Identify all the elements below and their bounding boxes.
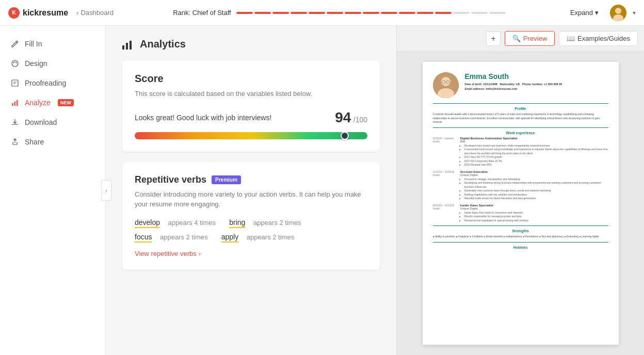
sidebar-item-design[interactable]: Design bbox=[0, 54, 105, 73]
design-icon bbox=[10, 59, 20, 68]
verb-item-0: develop appears 4 times bbox=[135, 218, 218, 227]
rank-segment bbox=[236, 12, 253, 14]
verb-count-2: appears 2 times bbox=[160, 233, 208, 241]
svg-rect-8 bbox=[122, 45, 124, 50]
resume-photo bbox=[433, 72, 459, 98]
sidebar-item-download[interactable]: Download bbox=[0, 112, 105, 132]
resume-job-bullets-2: Inside Sales from leads to conversion an… bbox=[460, 211, 608, 223]
sidebar-collapse-button[interactable]: ‹ bbox=[101, 180, 111, 201]
resume-job-content-1: Account Executive Unique Digital Focused… bbox=[460, 170, 608, 201]
score-number: 94 bbox=[335, 109, 351, 125]
resume-job-0: 10/2015 – present Austin Digital Busines… bbox=[433, 137, 608, 167]
resume-page: Emma South Date of birth: 12/11/1988 Nat… bbox=[423, 62, 619, 345]
avatar[interactable] bbox=[610, 5, 626, 21]
resume-job-content-0: Digital Business Automation Specialist I… bbox=[460, 137, 608, 167]
resume-hobbies-title: Hobbies bbox=[433, 246, 608, 249]
resume-job-2: 08/2013 – 01/2015 Austin Inside Sales Sp… bbox=[433, 204, 608, 223]
expand-button[interactable]: Expand ▾ bbox=[565, 6, 604, 20]
plus-button[interactable]: + bbox=[486, 31, 501, 46]
resume-panel: + 🔍 Preview 📖 Examples/Guides bbox=[396, 26, 644, 355]
rank-segment bbox=[399, 12, 415, 14]
rank-segment bbox=[309, 12, 325, 14]
sidebar-item-share[interactable]: Share bbox=[0, 132, 105, 152]
sidebar: Fill In Design Proofreading Analyze NEW bbox=[0, 26, 106, 355]
score-card: Score This score is calculated based on … bbox=[122, 60, 380, 152]
rank-segment bbox=[417, 12, 433, 14]
resume-profile-title: Profile bbox=[433, 107, 608, 110]
resume-job-company-1: Unique Digital bbox=[460, 173, 608, 176]
svg-point-12 bbox=[441, 77, 450, 86]
premium-badge: Premium bbox=[212, 175, 241, 184]
view-repetitive-verbs-link[interactable]: View repetitive verbs › bbox=[135, 250, 367, 257]
main-layout: Fill In Design Proofreading Analyze NEW bbox=[0, 26, 644, 355]
email-value: hello@kickresume.com bbox=[486, 87, 517, 90]
resume-profile-text: Customer-focused leader with a demonstra… bbox=[433, 112, 608, 124]
view-link-text: View repetitive verbs bbox=[135, 250, 197, 257]
preview-button[interactable]: 🔍 Preview bbox=[505, 31, 555, 46]
resume-job-date-0: 10/2015 – present Austin bbox=[433, 137, 456, 167]
sidebar-item-analyze[interactable]: Analyze NEW bbox=[0, 93, 105, 112]
back-button[interactable]: ‹ Dashboard bbox=[76, 9, 114, 17]
avatar-chevron-icon[interactable]: ▾ bbox=[633, 9, 636, 17]
resume-toolbar: + 🔍 Preview 📖 Examples/Guides bbox=[397, 26, 644, 52]
resume-divider-2 bbox=[433, 127, 608, 128]
rank-segment bbox=[381, 12, 397, 14]
resume-job-bullets-0: Developed and closed new business, while… bbox=[460, 144, 608, 167]
rank-segment bbox=[327, 12, 343, 14]
resume-job-company-2: Unique Digital bbox=[460, 207, 608, 210]
nationality-label: Nationality: bbox=[500, 83, 515, 86]
rank-segment bbox=[489, 12, 506, 14]
resume-divider-3 bbox=[433, 225, 608, 226]
repetitive-verbs-card: Repetitive verbs Premium Consider introd… bbox=[122, 162, 380, 270]
view-link-arrow-icon: › bbox=[199, 250, 201, 257]
svg-rect-9 bbox=[126, 43, 128, 50]
verb-item-3: apply appears 2 times bbox=[221, 233, 295, 241]
sidebar-item-fill-in[interactable]: Fill In bbox=[0, 34, 105, 54]
sidebar-item-proofreading[interactable]: Proofreading bbox=[0, 73, 105, 93]
sidebar-item-label-download: Download bbox=[25, 118, 57, 126]
fill-in-icon bbox=[10, 39, 20, 49]
back-label: Dashboard bbox=[81, 9, 114, 17]
logo[interactable]: K kickresume bbox=[8, 7, 68, 19]
header-actions: Expand ▾ ▾ bbox=[565, 5, 636, 21]
resume-job-content-2: Inside Sales Specialist Unique Digital I… bbox=[460, 204, 608, 223]
back-chevron-icon: ‹ bbox=[76, 9, 78, 17]
score-title: Score bbox=[135, 73, 367, 85]
resume-name: Emma South bbox=[465, 72, 562, 80]
verb-word-3: apply bbox=[221, 233, 238, 243]
svg-point-3 bbox=[12, 60, 18, 67]
svg-rect-6 bbox=[14, 102, 16, 106]
rank-segment bbox=[471, 12, 488, 14]
dob-value: 12/11/1988 bbox=[483, 83, 497, 86]
verb-item-1: bring appears 2 times bbox=[229, 218, 301, 227]
rank-segment bbox=[345, 12, 361, 14]
resume-strengths: ● Ability to prioritize ● Analytical ● C… bbox=[433, 235, 608, 239]
rank-label: Rank: Chief of Staff bbox=[173, 9, 231, 17]
sidebar-item-label-proofreading: Proofreading bbox=[25, 79, 66, 87]
verb-word-2: focus bbox=[135, 233, 152, 243]
score-value-group: 94 /100 bbox=[335, 109, 367, 126]
dob-label: Date of birth: bbox=[465, 83, 482, 86]
verbs-title: Repetitive verbs Premium bbox=[135, 174, 367, 185]
score-description: This score is calculated based on the va… bbox=[135, 89, 367, 99]
resume-photo-image bbox=[433, 72, 459, 98]
verb-count-0: appears 4 times bbox=[168, 219, 216, 227]
svg-point-1 bbox=[615, 8, 621, 14]
verb-word-0: develop bbox=[135, 218, 160, 228]
rank-segment bbox=[254, 12, 271, 14]
examples-button[interactable]: 📖 Examples/Guides bbox=[559, 31, 638, 46]
resume-job-date-1: 11/2014 – 10/2015 Austin bbox=[433, 170, 456, 201]
avatar-image bbox=[610, 5, 626, 21]
verbs-row-2: focus appears 2 times apply appears 2 ti… bbox=[135, 232, 367, 241]
score-thumb bbox=[341, 132, 349, 140]
rank-segment bbox=[435, 12, 452, 14]
preview-icon: 🔍 bbox=[512, 35, 521, 42]
svg-rect-7 bbox=[17, 100, 18, 106]
plus-icon: + bbox=[491, 34, 495, 43]
phone-label: Phone number: bbox=[522, 83, 543, 86]
phone-value: +1 000 999 00 bbox=[544, 83, 562, 86]
resume-header-section: Emma South Date of birth: 12/11/1988 Nat… bbox=[433, 72, 608, 98]
examples-icon: 📖 bbox=[567, 35, 575, 42]
resume-info: Date of birth: 12/11/1988 Nationality: U… bbox=[465, 82, 562, 91]
email-label: Email address: bbox=[465, 87, 485, 90]
